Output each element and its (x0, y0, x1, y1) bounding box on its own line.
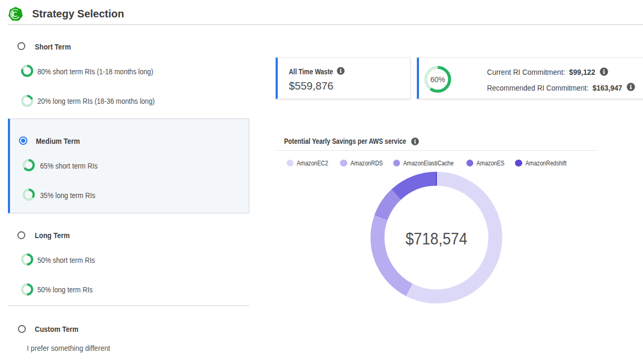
svg-text:60%: 60% (430, 75, 445, 84)
svg-text:$718,574: $718,574 (406, 229, 467, 248)
